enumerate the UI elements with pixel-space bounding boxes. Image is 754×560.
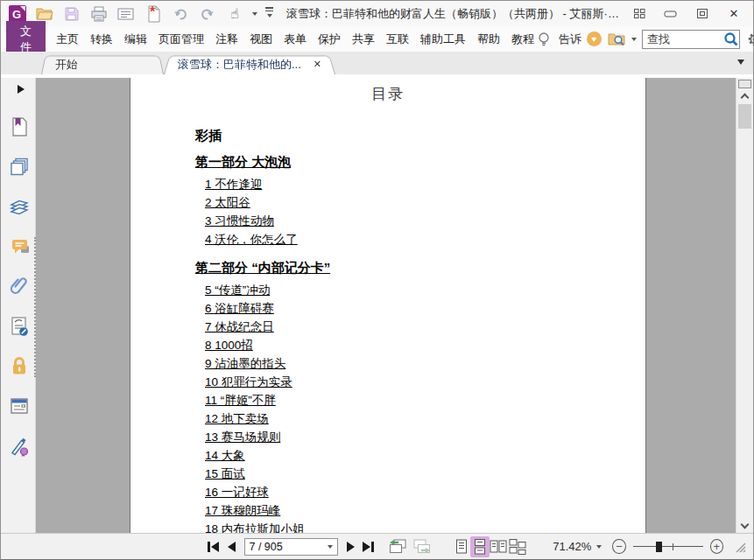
zoom-slider-handle[interactable]: [656, 542, 662, 552]
folder-search-dropdown-icon[interactable]: [631, 38, 637, 44]
settings-gear-icon[interactable]: [745, 30, 754, 49]
toc-link[interactable]: 7 休战纪念日: [195, 318, 645, 336]
form-fields-icon[interactable]: [9, 396, 30, 416]
redo-icon: [198, 4, 217, 24]
save-icon: [62, 4, 81, 24]
toc-link[interactable]: 11 “胖姬”不胖: [195, 391, 645, 410]
toc-link[interactable]: 17 珠穆朗玛峰: [195, 501, 645, 520]
toc-link[interactable]: 15 面试: [195, 465, 645, 483]
security-icon[interactable]: [9, 355, 30, 376]
layers-icon[interactable]: [9, 197, 30, 218]
page-number-dropdown-icon[interactable]: [328, 545, 333, 551]
comments-icon[interactable]: [9, 237, 30, 258]
next-page-button[interactable]: [347, 542, 355, 552]
tab-bar: 开始滚雪球：巴菲特和他的...✕: [1, 52, 753, 78]
menu-item-8[interactable]: 保护: [318, 32, 341, 47]
expand-panel-icon[interactable]: [18, 85, 29, 94]
menu-item-9[interactable]: 共享: [352, 32, 375, 47]
hand-tool-icon[interactable]: ☝: [225, 4, 244, 24]
close-tab-icon[interactable]: ✕: [314, 59, 321, 70]
tab-overflow-dropdown-icon[interactable]: [737, 60, 744, 68]
single-page-view-icon[interactable]: [452, 536, 470, 557]
window-controls: ✕: [632, 7, 744, 21]
minimize-icon[interactable]: [664, 7, 678, 21]
fullscreen-icon[interactable]: [632, 7, 646, 21]
more-tools-icon[interactable]: [265, 7, 273, 20]
hand-tool-dropdown-icon[interactable]: [252, 12, 257, 18]
facing-view-icon[interactable]: [490, 536, 508, 557]
toc-link[interactable]: 16 一记好球: [195, 483, 645, 501]
menu-item-13[interactable]: 教程: [511, 32, 534, 47]
email-icon[interactable]: [116, 4, 136, 24]
tab-label: 开始: [55, 57, 78, 73]
sign-icon[interactable]: [9, 436, 30, 457]
document-tab[interactable]: 滚雪球：巴菲特和他的...✕: [164, 54, 335, 74]
zoom-dropdown-icon[interactable]: [596, 545, 602, 551]
folder-search-icon[interactable]: [607, 30, 626, 49]
menu-item-4[interactable]: 页面管理: [159, 32, 204, 47]
close-icon[interactable]: ✕: [727, 7, 741, 21]
search-input[interactable]: [643, 32, 722, 46]
scrollbar-thumb[interactable]: [738, 104, 751, 129]
toc-link[interactable]: 4 沃伦，你怎么了: [195, 230, 645, 248]
bookmarks-icon[interactable]: [9, 116, 30, 137]
print-icon[interactable]: [89, 4, 109, 24]
continuous-view-icon[interactable]: [470, 536, 489, 557]
attachments-icon[interactable]: [9, 276, 30, 297]
ribbon-right-tools: 告诉 ♥ ◁ ▶: [534, 29, 754, 50]
scroll-down-icon[interactable]: [741, 521, 750, 529]
zoom-slider-tick: [673, 543, 674, 550]
menu-item-5[interactable]: 注释: [215, 32, 238, 47]
page-thumbnails-icon[interactable]: [9, 157, 30, 178]
zoom-in-icon[interactable]: +: [710, 539, 723, 554]
toc-link[interactable]: 1 不作逢迎: [195, 175, 645, 193]
pdf-page[interactable]: 目录 彩插第一部分 大泡泡1 不作逢迎2 太阳谷3 习惯性动物4 沃伦，你怎么了…: [130, 78, 645, 533]
toc-link[interactable]: 14 大象: [195, 446, 645, 465]
toc-link[interactable]: 12 地下卖场: [195, 410, 645, 428]
zoom-out-icon[interactable]: −: [612, 539, 625, 554]
toc-link[interactable]: 10 犯罪行为实录: [195, 373, 645, 391]
prev-page-button[interactable]: [228, 542, 236, 552]
toc-link[interactable]: 2 太阳谷: [195, 193, 645, 212]
page-number-box[interactable]: 7 / 905: [244, 538, 339, 556]
toc-section-heading[interactable]: 彩插: [195, 129, 645, 143]
toc-link[interactable]: 6 浴缸障碍赛: [195, 299, 645, 318]
menu-item-12[interactable]: 帮助: [477, 32, 500, 47]
menu-item-11[interactable]: 辅助工具: [420, 32, 466, 47]
toc-link[interactable]: 8 1000招: [195, 336, 645, 354]
zoom-slider[interactable]: [633, 540, 703, 554]
create-pdf-icon[interactable]: *: [144, 4, 163, 24]
menu-item-6[interactable]: 视图: [250, 32, 272, 47]
toc-section-heading[interactable]: 第一部分 大泡泡: [195, 155, 645, 169]
document-viewport[interactable]: 目录 彩插第一部分 大泡泡1 不作逢迎2 太阳谷3 习惯性动物4 沃伦，你怎么了…: [36, 78, 736, 533]
menu-item-10[interactable]: 互联: [386, 32, 409, 47]
toc-link[interactable]: 3 习惯性动物: [195, 212, 645, 230]
resize-grip-icon[interactable]: [734, 541, 746, 553]
toc-link[interactable]: 13 赛马场规则: [195, 428, 645, 446]
first-page-button[interactable]: [208, 542, 219, 552]
scroll-up-icon[interactable]: [741, 94, 750, 102]
previous-view-icon[interactable]: [389, 539, 407, 554]
menu-item-7[interactable]: 表单: [284, 32, 307, 47]
scrollbar-split-button[interactable]: [738, 80, 751, 88]
toc-link[interactable]: 18 内布拉斯加小姐: [195, 520, 645, 533]
menu-item-2[interactable]: 转换: [90, 32, 113, 47]
maximize-icon[interactable]: [695, 7, 709, 21]
vertical-scrollbar[interactable]: [736, 78, 753, 533]
favorite-heart-icon[interactable]: ♥: [587, 32, 602, 46]
toc-link[interactable]: 5 “传道”冲动: [195, 281, 645, 299]
digital-signatures-icon[interactable]: [9, 316, 30, 337]
menu-item-1[interactable]: 主页: [56, 32, 79, 47]
titlebar: G * ☝ 滚雪球：巴菲特和他的财富人生（畅销版）（共两册） - 艾丽斯·施罗德…: [1, 1, 753, 26]
toc-section-heading[interactable]: 第二部分 “内部记分卡”: [195, 261, 645, 275]
last-page-button[interactable]: [363, 542, 374, 552]
continuous-facing-view-icon[interactable]: [508, 536, 526, 557]
search-magnifier-icon[interactable]: [722, 30, 739, 49]
menu-item-3[interactable]: 编辑: [124, 32, 147, 47]
zoom-slider-track[interactable]: [633, 546, 703, 548]
lightbulb-icon[interactable]: [534, 30, 553, 49]
document-tab[interactable]: 开始: [41, 54, 164, 74]
tell-me-label[interactable]: 告诉: [559, 32, 581, 47]
toc-link[interactable]: 9 沾油墨的指头: [195, 354, 645, 373]
zoom-level-label[interactable]: 71.42%: [553, 540, 591, 553]
